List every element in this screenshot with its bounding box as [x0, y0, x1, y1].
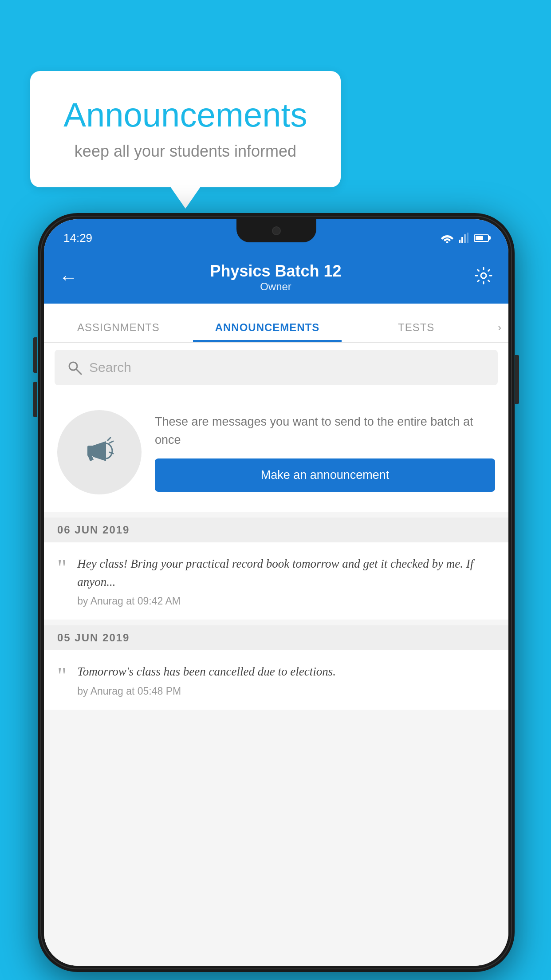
- tab-assignments[interactable]: ASSIGNMENTS: [44, 321, 193, 342]
- date-separator-1: 06 JUN 2019: [44, 518, 508, 542]
- speech-bubble-container: Announcements keep all your students inf…: [30, 71, 341, 187]
- speech-bubble-title: Announcements: [57, 95, 314, 134]
- speech-bubble-subtitle: keep all your students informed: [57, 142, 314, 161]
- search-placeholder: Search: [89, 360, 131, 375]
- camera: [272, 226, 281, 235]
- svg-rect-2: [461, 237, 463, 243]
- svg-rect-3: [464, 234, 466, 243]
- phone-notch: [236, 219, 316, 242]
- back-button[interactable]: ←: [59, 267, 78, 288]
- tab-more[interactable]: ›: [491, 321, 508, 342]
- quote-icon-1: ": [57, 557, 67, 580]
- wifi-icon: [440, 233, 454, 243]
- power-button: [515, 355, 519, 404]
- svg-line-7: [76, 369, 81, 374]
- tab-bar: ASSIGNMENTS ANNOUNCEMENTS TESTS ›: [44, 304, 508, 343]
- search-icon: [67, 360, 82, 375]
- announcement-message-2: Tomorrow's class has been cancelled due …: [77, 663, 495, 681]
- date-separator-2: 05 JUN 2019: [44, 625, 508, 650]
- announcement-description: These are messages you want to send to t…: [155, 413, 495, 449]
- settings-button[interactable]: [474, 266, 493, 289]
- app-bar-title-section: Physics Batch 12 Owner: [78, 262, 474, 293]
- announcement-content-1: Hey class! Bring your practical record b…: [77, 555, 495, 607]
- svg-rect-4: [467, 233, 468, 243]
- announcement-right: These are messages you want to send to t…: [155, 413, 495, 492]
- app-bar-title: Physics Batch 12: [78, 262, 474, 281]
- app-bar-subtitle: Owner: [78, 281, 474, 293]
- announcement-message-1: Hey class! Bring your practical record b…: [77, 555, 495, 591]
- tab-tests[interactable]: TESTS: [342, 321, 491, 342]
- announcement-prompt: These are messages you want to send to t…: [44, 392, 508, 512]
- quote-icon-2: ": [57, 664, 67, 688]
- megaphone-icon: [79, 432, 119, 472]
- status-icons: [440, 233, 489, 243]
- content-area: Search: [44, 343, 508, 966]
- volume-down-button: [33, 382, 37, 417]
- svg-point-0: [446, 241, 449, 244]
- announcement-item-2[interactable]: " Tomorrow's class has been cancelled du…: [44, 650, 508, 710]
- volume-up-button: [33, 337, 37, 373]
- make-announcement-button[interactable]: Make an announcement: [155, 458, 495, 492]
- tab-announcements[interactable]: ANNOUNCEMENTS: [193, 321, 342, 342]
- announcement-meta-2: by Anurag at 05:48 PM: [77, 685, 495, 697]
- search-bar[interactable]: Search: [55, 350, 498, 385]
- announcement-item-1[interactable]: " Hey class! Bring your practical record…: [44, 542, 508, 620]
- phone-device: 14:29: [38, 213, 515, 972]
- signal-icon: [459, 233, 469, 243]
- search-container: Search: [44, 343, 508, 392]
- speech-bubble: Announcements keep all your students inf…: [30, 71, 341, 187]
- announcement-meta-1: by Anurag at 09:42 AM: [77, 595, 495, 607]
- battery-icon: [474, 234, 489, 242]
- phone-screen: 14:29: [44, 219, 508, 966]
- announcement-content-2: Tomorrow's class has been cancelled due …: [77, 663, 495, 697]
- svg-rect-1: [459, 240, 460, 243]
- svg-line-9: [108, 438, 110, 440]
- status-time: 14:29: [63, 231, 92, 245]
- announcement-icon-circle: [57, 410, 142, 494]
- app-bar: ← Physics Batch 12 Owner: [44, 251, 508, 304]
- svg-line-10: [110, 441, 113, 443]
- svg-point-5: [481, 273, 486, 278]
